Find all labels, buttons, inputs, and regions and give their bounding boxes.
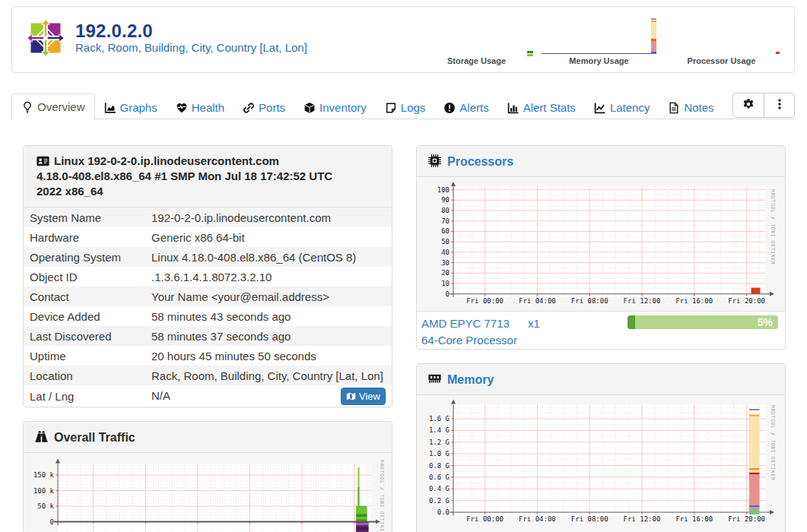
tab-alert-stats[interactable]: Alert Stats (498, 95, 585, 120)
tab-notes[interactable]: Notes (659, 95, 723, 120)
processors-panel: Processors 0102030405060708090100Fri 00:… (416, 145, 786, 350)
svg-text:Fri 12:00: Fri 12:00 (624, 297, 661, 305)
centos-logo (27, 19, 65, 57)
svg-text:Fri 04:00: Fri 04:00 (519, 515, 556, 523)
tab-label: Ports (259, 101, 285, 114)
settings-button[interactable] (733, 93, 764, 117)
svg-text:0.2 G: 0.2 G (429, 497, 450, 505)
mini-graph-storage[interactable]: Storage Usage (419, 16, 534, 55)
sparkline-mark (542, 53, 656, 54)
right-column: Processors 0102030405060708090100Fri 00:… (416, 145, 786, 532)
row-label: Uptime (24, 346, 145, 366)
memory-icon (428, 373, 447, 386)
svg-text:1.2 G: 1.2 G (429, 439, 450, 446)
device-info-heading: Linux 192-0-2-0.ip.linodeusercontent.com… (24, 146, 392, 207)
device-title[interactable]: 192.0.2.0 (75, 21, 153, 42)
cpu-usage-bar: 5% (627, 315, 778, 329)
area-chart-icon (104, 101, 120, 114)
cube-icon (303, 101, 319, 114)
tab-ports[interactable]: Ports (234, 95, 294, 120)
row-label: Lat / Lng (24, 385, 145, 407)
device-location-link[interactable]: Rack, Room, Building, City, Country [Lat… (75, 41, 307, 54)
overall-traffic-heading: Overall Traffic (24, 422, 392, 453)
tab-label: Latency (610, 101, 650, 114)
device-info-row: System Name192-0-2-0.ip.linodeuserconten… (24, 207, 392, 227)
device-info-table: System Name192-0-2-0.ip.linodeuserconten… (24, 207, 392, 407)
svg-text:Fri 00:00: Fri 00:00 (466, 297, 504, 305)
tab-alerts[interactable]: Alerts (434, 95, 497, 120)
tab-label: Inventory (319, 101, 367, 114)
svg-text:Fri 04:00: Fri 04:00 (519, 297, 556, 305)
svg-text:0.8 G: 0.8 G (429, 462, 450, 470)
tab-label: Logs (401, 101, 426, 114)
row-label: Device Added (24, 306, 145, 326)
mini-graph-memory[interactable]: Memory Usage (542, 16, 656, 55)
row-value: 192-0-2-0.ip.linodeusercontent.com (145, 207, 392, 227)
binoculars-icon (35, 431, 54, 444)
ellipsis-v-icon (774, 98, 786, 113)
memory-heading[interactable]: Memory (417, 364, 785, 395)
processors-title: Processors (447, 155, 513, 168)
svg-text:Fri 08:00: Fri 08:00 (571, 515, 608, 523)
cpu-count: x1 (528, 315, 540, 332)
overall-traffic-panel: Overall Traffic 050 k100 k150 kRRDTOOL /… (23, 421, 392, 532)
row-value: Linux 4.18.0-408.el8.x86_64 (CentOS 8) (145, 247, 392, 267)
bar-chart-icon (507, 101, 523, 114)
tab-latency[interactable]: Latency (585, 95, 659, 120)
svg-text:Fri 08:00: Fri 08:00 (571, 297, 608, 305)
svg-text:80: 80 (441, 207, 450, 214)
svg-text:100: 100 (437, 186, 450, 194)
sparkline-mark (651, 22, 656, 39)
device-info-row: Operating SystemLinux 4.18.0-408.el8.x86… (24, 247, 392, 267)
svg-text:50 k: 50 k (37, 502, 54, 510)
gear-icon (742, 98, 755, 113)
svg-text:20: 20 (441, 269, 450, 277)
svg-text:40: 40 (441, 249, 450, 256)
exclamation-circle-icon (443, 101, 459, 114)
row-value: 58 minutes 43 seconds ago (145, 306, 392, 326)
device-info-row: Lat / LngN/AView (24, 385, 392, 407)
tab-health[interactable]: Health (167, 95, 234, 120)
row-value: Rack, Room, Building, City, Country [Lat… (145, 366, 392, 385)
microchip-icon (428, 155, 447, 168)
more-options-button[interactable] (764, 93, 794, 117)
row-value: 20 hours 45 minutes 50 seconds (145, 346, 392, 366)
svg-text:Fri 12:00: Fri 12:00 (624, 515, 661, 523)
svg-text:Fri 20:00: Fri 20:00 (728, 515, 765, 523)
sparkline-mark (651, 18, 656, 20)
processors-heading[interactable]: Processors (417, 146, 785, 177)
mini-graph-processor[interactable]: Processor Usage (664, 16, 779, 55)
device-info-heading-text: Linux 192-0-2-0.ip.linodeusercontent.com… (37, 154, 332, 198)
row-label: Contact (24, 287, 145, 306)
device-actions-group (732, 93, 795, 118)
sparkline-mark (651, 52, 656, 53)
device-tabs-bar: OverviewGraphsHealthPortsInventoryLogsAl… (11, 93, 795, 119)
sticky-note-icon (385, 101, 401, 114)
map-icon (346, 391, 359, 402)
file-lines-icon (668, 101, 684, 114)
tab-label: Graphs (120, 101, 157, 114)
device-info-row: Uptime20 hours 45 minutes 50 seconds (24, 346, 392, 366)
cpu-usage-bar-fill (627, 315, 635, 329)
address-card-icon (37, 154, 54, 167)
view-map-button[interactable]: View (341, 388, 386, 405)
memory-graph[interactable]: 0.00.2 G0.4 G0.6 G0.8 G1.0 G1.2 G1.4 G1.… (417, 395, 785, 532)
processors-graph[interactable]: 0102030405060708090100Fri 00:00Fri 04:00… (417, 177, 785, 312)
svg-text:Fri 20:00: Fri 20:00 (728, 297, 765, 305)
svg-text:100 k: 100 k (33, 487, 55, 495)
tab-graphs[interactable]: Graphs (95, 95, 167, 120)
tab-overview[interactable]: Overview (11, 93, 95, 120)
svg-text:Fri 16:00: Fri 16:00 (675, 515, 713, 523)
tab-logs[interactable]: Logs (376, 95, 435, 120)
overall-traffic-graph[interactable]: 050 k100 k150 kRRDTOOL / TOBI OETIKER (24, 453, 392, 532)
device-info-row: Object ID.1.3.6.1.4.1.8072.3.2.10 (24, 267, 392, 287)
left-column: Linux 192-0-2-0.ip.linodeusercontent.com… (23, 145, 392, 532)
tab-label: Health (192, 101, 224, 114)
svg-text:70: 70 (441, 217, 450, 225)
tab-inventory[interactable]: Inventory (294, 95, 376, 120)
row-label: System Name (24, 207, 145, 227)
link-icon (243, 101, 259, 114)
device-info-row: HardwareGeneric x86 64-bit (24, 227, 392, 247)
svg-text:60: 60 (441, 227, 450, 235)
mini-graph-memory-label: Memory Usage (542, 56, 656, 65)
